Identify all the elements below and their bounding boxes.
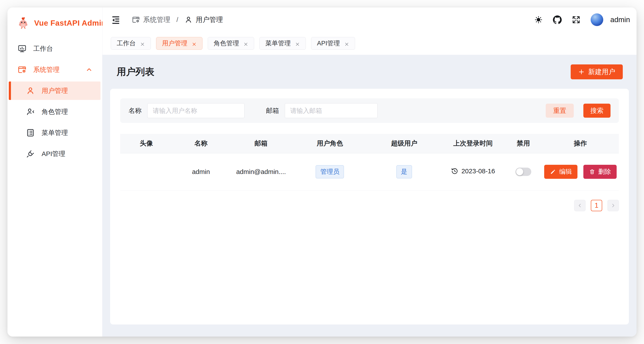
close-icon[interactable] xyxy=(344,41,349,46)
filter-bar: 名称 邮箱 重置 搜索 xyxy=(120,98,619,123)
col-email: 邮箱 xyxy=(230,134,293,153)
chevron-up-icon xyxy=(85,66,93,74)
breadcrumb-user[interactable]: 用户管理 xyxy=(184,15,223,24)
header-actions: admin xyxy=(534,13,630,26)
close-icon[interactable] xyxy=(192,41,196,46)
pagination-page-1[interactable]: 1 xyxy=(591,200,602,211)
table-card: 名称 邮箱 重置 搜索 xyxy=(110,89,629,324)
user-icon xyxy=(184,16,193,24)
sidebar-item-system[interactable]: 系统管理 xyxy=(9,61,100,79)
workbench-icon xyxy=(18,44,27,53)
sidebar-item-label: 角色管理 xyxy=(42,107,68,116)
col-actions: 操作 xyxy=(542,134,619,153)
sidebar-item-workbench[interactable]: 工作台 xyxy=(9,40,100,58)
delete-button[interactable]: 删除 xyxy=(583,165,617,179)
plus-icon xyxy=(578,69,585,75)
theme-sun-icon[interactable] xyxy=(534,15,543,24)
user-avatar[interactable] xyxy=(590,13,603,26)
reset-button[interactable]: 重置 xyxy=(546,104,574,118)
col-avatar: 头像 xyxy=(120,134,172,153)
history-clock-icon xyxy=(451,167,458,175)
tab-role-management[interactable]: 角色管理 xyxy=(208,37,254,50)
col-superuser: 超级用户 xyxy=(367,134,441,153)
system-settings-icon xyxy=(132,16,140,24)
users-table: 头像 名称 邮箱 用户角色 超级用户 上次登录时间 禁用 操作 xyxy=(120,134,619,191)
trash-icon xyxy=(589,169,595,175)
sidebar-item-label: 用户管理 xyxy=(42,86,68,95)
col-role: 用户角色 xyxy=(293,134,367,153)
menu-list-icon xyxy=(26,128,35,137)
sidebar-item-role-management[interactable]: 角色管理 xyxy=(9,103,100,121)
close-icon[interactable] xyxy=(140,41,145,46)
tab-user-management[interactable]: 用户管理 xyxy=(156,37,202,50)
cell-name: admin xyxy=(172,153,230,190)
main-area: 系统管理 / 用户管理 xyxy=(102,8,636,336)
name-filter-input[interactable] xyxy=(147,103,244,118)
cell-actions: 编辑 删除 xyxy=(542,153,619,190)
search-button[interactable]: 搜索 xyxy=(583,104,610,118)
breadcrumb: 系统管理 / 用户管理 xyxy=(132,15,223,24)
cell-superuser: 是 xyxy=(367,153,441,190)
cell-disabled xyxy=(504,153,542,190)
user-icon xyxy=(26,86,35,95)
tab-workbench[interactable]: 工作台 xyxy=(111,37,151,50)
role-tag: 管理员 xyxy=(316,165,344,178)
edit-button[interactable]: 编辑 xyxy=(544,165,578,179)
username-label[interactable]: admin xyxy=(610,16,630,24)
close-icon[interactable] xyxy=(244,41,248,46)
page-header: 用户列表 新建用户 xyxy=(110,55,629,89)
pagination-prev-button[interactable] xyxy=(574,200,586,211)
sidebar-menu: 工作台 系统管理 xyxy=(8,36,102,163)
col-disabled: 禁用 xyxy=(504,134,542,153)
close-icon[interactable] xyxy=(295,41,300,46)
cell-role: 管理员 xyxy=(293,153,367,190)
table-header-row: 头像 名称 邮箱 用户角色 超级用户 上次登录时间 禁用 操作 xyxy=(120,134,619,153)
pagination: 1 xyxy=(120,200,619,211)
pagination-next-button[interactable] xyxy=(608,200,619,211)
sidebar: Vue FastAPI Admin 工作台 xyxy=(8,8,102,336)
col-last-login: 上次登录时间 xyxy=(441,134,504,153)
logo[interactable]: Vue FastAPI Admin xyxy=(8,8,102,36)
disable-toggle[interactable] xyxy=(516,168,531,176)
content-area: 用户列表 新建用户 名称 邮箱 重置 xyxy=(102,55,636,336)
col-name: 名称 xyxy=(172,134,230,153)
sidebar-item-label: 工作台 xyxy=(33,44,53,53)
table-row: admin admin@admin.... 管理员 是 xyxy=(120,153,619,190)
sidebar-collapse-icon[interactable] xyxy=(111,15,120,25)
cell-email: admin@admin.... xyxy=(230,153,293,190)
system-settings-icon xyxy=(18,65,27,74)
app-title: Vue FastAPI Admin xyxy=(34,19,106,27)
email-filter-input[interactable] xyxy=(285,103,378,118)
chick-logo-icon xyxy=(17,16,30,30)
sidebar-item-label: 系统管理 xyxy=(33,65,60,74)
cell-last-login: 2023-08-16 xyxy=(441,153,504,190)
tab-bar: 工作台 用户管理 角色管理 菜单管理 API管理 xyxy=(102,32,636,55)
sidebar-item-menu-management[interactable]: 菜单管理 xyxy=(9,124,100,142)
sidebar-item-user-management[interactable]: 用户管理 xyxy=(9,82,100,100)
sidebar-item-label: 菜单管理 xyxy=(42,128,68,137)
email-filter-label: 邮箱 xyxy=(266,106,279,115)
superuser-tag: 是 xyxy=(396,165,412,178)
pencil-icon xyxy=(550,169,556,175)
cell-avatar xyxy=(120,153,172,190)
tab-menu-management[interactable]: 菜单管理 xyxy=(260,37,306,50)
github-icon[interactable] xyxy=(553,15,562,24)
tab-api-management[interactable]: API管理 xyxy=(311,37,355,50)
app-window: Vue FastAPI Admin 工作台 xyxy=(8,8,636,336)
top-header: 系统管理 / 用户管理 xyxy=(102,8,636,32)
role-icon xyxy=(26,107,35,116)
sidebar-item-label: API管理 xyxy=(42,149,65,158)
api-plug-icon xyxy=(26,149,35,158)
sidebar-item-api-management[interactable]: API管理 xyxy=(9,145,100,163)
create-user-button[interactable]: 新建用户 xyxy=(571,64,623,79)
page-title: 用户列表 xyxy=(117,66,154,78)
breadcrumb-separator: / xyxy=(175,16,180,24)
name-filter-label: 名称 xyxy=(128,106,142,115)
fullscreen-icon[interactable] xyxy=(572,15,580,24)
breadcrumb-system[interactable]: 系统管理 xyxy=(132,15,170,24)
